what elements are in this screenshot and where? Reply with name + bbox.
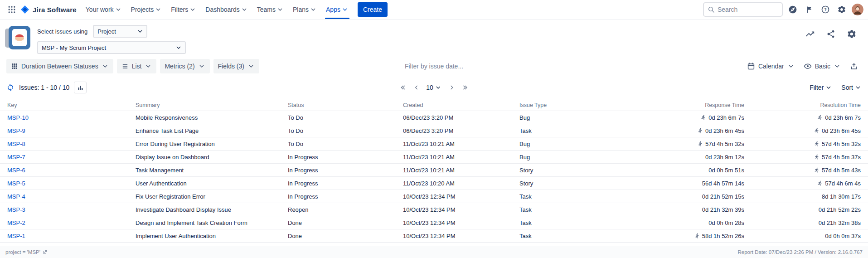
response-time-cell: 0d 23h 6m 7s — [635, 114, 744, 121]
view-type-dropdown[interactable]: List — [117, 59, 157, 73]
issue-date-filter[interactable]: Filter by issue date... — [405, 63, 463, 70]
last-page-icon[interactable] — [462, 84, 469, 91]
app-switcher-icon[interactable] — [5, 2, 19, 17]
table-row: MSP-10Mobile ResponsivenessTo Do06/Dec/2… — [0, 111, 868, 124]
chevron-down-icon — [435, 84, 442, 91]
metrics-dropdown[interactable]: Metrics (2) — [160, 59, 209, 73]
issue-type-cell: Story — [519, 180, 635, 187]
issue-summary-cell: Enhance Task List Page — [136, 127, 288, 134]
user-avatar[interactable] — [852, 4, 863, 15]
response-time-cell: 57d 4h 5m 32s — [635, 141, 744, 147]
chevron-down-icon — [175, 44, 182, 51]
search-input[interactable] — [718, 6, 778, 13]
column-header-key[interactable]: Key — [7, 102, 136, 108]
issue-type-cell: Bug — [519, 154, 635, 161]
column-header-issue-type[interactable]: Issue Type — [519, 102, 635, 108]
nav-teams-label: Teams — [257, 6, 276, 13]
issue-key-link[interactable]: MSP-9 — [7, 127, 25, 134]
export-icon[interactable] — [846, 59, 862, 73]
nav-dashboards[interactable]: Dashboards — [201, 0, 252, 19]
nav-projects[interactable]: Projects — [126, 0, 167, 19]
issue-source-select[interactable]: Project — [93, 25, 147, 38]
share-icon[interactable] — [824, 28, 837, 40]
filter-dropdown[interactable]: Filter — [810, 84, 832, 91]
response-time-cell: 0d 0h 5m 51s — [635, 167, 744, 174]
nav-apps-label: Apps — [326, 6, 340, 13]
nav-filters[interactable]: Filters — [166, 0, 201, 19]
table-header-row: Key Summary Status Created Issue Type Re… — [0, 99, 868, 111]
chevron-down-icon — [247, 63, 255, 70]
first-page-icon[interactable] — [399, 84, 406, 91]
issue-key-link[interactable]: MSP-3 — [7, 206, 25, 213]
project-select[interactable]: MSP - My Scrum Project — [37, 41, 186, 54]
issue-status-cell: In Progress — [288, 180, 403, 187]
nav-plans-label: Plans — [293, 6, 309, 13]
app-settings-gear-icon[interactable] — [845, 28, 858, 40]
resolution-time-cell: 0d 21h 52m 22s — [744, 206, 861, 213]
chevron-down-icon — [145, 63, 152, 70]
issue-summary-cell: Mobile Responsiveness — [136, 114, 288, 121]
page-size-dropdown[interactable]: 10 — [426, 84, 442, 91]
issue-key-cell: MSP-6 — [7, 167, 136, 174]
issue-key-cell: MSP-10 — [7, 114, 136, 121]
issue-source-value: Project — [97, 28, 116, 35]
nav-your-work[interactable]: Your work — [81, 0, 126, 19]
issue-key-link[interactable]: MSP-1 — [7, 233, 25, 239]
resolution-time-cell: 0d 21h 32m 38s — [744, 219, 861, 226]
issue-key-link[interactable]: MSP-7 — [7, 154, 25, 161]
discover-icon[interactable] — [786, 3, 799, 16]
column-header-created[interactable]: Created — [403, 102, 519, 108]
issue-status-cell: In Progress — [288, 193, 403, 200]
report-type-dropdown[interactable]: Duration Between Statuses — [6, 59, 113, 73]
help-icon[interactable]: ? — [819, 3, 832, 16]
topnav-right-group: ? — [703, 2, 863, 17]
issue-key-link[interactable]: MSP-4 — [7, 193, 25, 200]
jira-logo[interactable]: Jira Software — [19, 5, 81, 15]
issue-status-cell: To Do — [288, 114, 403, 121]
table-row: MSP-3Investigate Dashboard Display Issue… — [0, 203, 868, 216]
table-row: MSP-7Display Issue on DashboardIn Progre… — [0, 151, 868, 164]
bar-chart-toggle[interactable] — [74, 82, 87, 93]
create-button[interactable]: Create — [358, 2, 388, 17]
nav-teams[interactable]: Teams — [252, 0, 288, 19]
issue-key-link[interactable]: MSP-2 — [7, 219, 25, 226]
display-mode-dropdown[interactable]: Basic — [800, 59, 844, 73]
issue-key-link[interactable]: MSP-10 — [7, 114, 29, 121]
column-header-resolution-time[interactable]: Resolution Time — [744, 102, 861, 108]
issue-key-link[interactable]: MSP-5 — [7, 180, 25, 187]
next-page-icon[interactable] — [448, 84, 456, 91]
app-header-actions — [804, 25, 861, 40]
issue-created-cell: 11/Oct/23 10:20 AM — [403, 180, 519, 187]
column-header-response-time[interactable]: Response Time — [635, 102, 744, 108]
open-in-new-icon[interactable] — [42, 249, 48, 255]
calendar-icon — [747, 62, 755, 70]
calendar-dropdown[interactable]: Calendar — [743, 59, 798, 73]
issue-created-cell: 11/Oct/23 10:21 AM — [403, 154, 519, 161]
fields-dropdown[interactable]: Fields (3) — [213, 59, 259, 73]
report-info-text: Report Date: 07/Dec/23 2:26 PM / Version… — [737, 249, 863, 255]
chart-trend-icon[interactable] — [804, 28, 816, 40]
issue-key-cell: MSP-5 — [7, 180, 136, 187]
issue-key-link[interactable]: MSP-6 — [7, 167, 25, 174]
nav-apps[interactable]: Apps — [321, 0, 353, 19]
global-search[interactable] — [703, 2, 783, 17]
issues-table-body: MSP-10Mobile ResponsivenessTo Do06/Dec/2… — [0, 111, 868, 243]
chevron-down-icon — [189, 6, 196, 13]
resolution-time-cell: 57d 4h 5m 32s — [744, 141, 861, 147]
sort-dropdown[interactable]: Sort — [841, 84, 862, 91]
issue-key-link[interactable]: MSP-8 — [7, 141, 25, 147]
column-header-status[interactable]: Status — [288, 102, 403, 108]
previous-page-icon[interactable] — [412, 84, 420, 91]
view-type-label: List — [132, 63, 142, 70]
jira-logo-text: Jira Software — [33, 6, 77, 14]
issue-created-cell: 10/Oct/23 12:34 PM — [403, 219, 519, 226]
nav-plans[interactable]: Plans — [288, 0, 321, 19]
flag-icon[interactable] — [803, 3, 815, 16]
response-time-cell: 58d 1h 52m 26s — [635, 233, 744, 239]
refresh-icon[interactable] — [6, 83, 15, 92]
settings-gear-icon[interactable] — [835, 3, 848, 16]
jira-logo-icon — [20, 5, 30, 15]
running-status-icon — [814, 167, 820, 173]
resolution-time-cell: 57d 4h 5m 37s — [744, 154, 861, 161]
column-header-summary[interactable]: Summary — [136, 102, 288, 108]
